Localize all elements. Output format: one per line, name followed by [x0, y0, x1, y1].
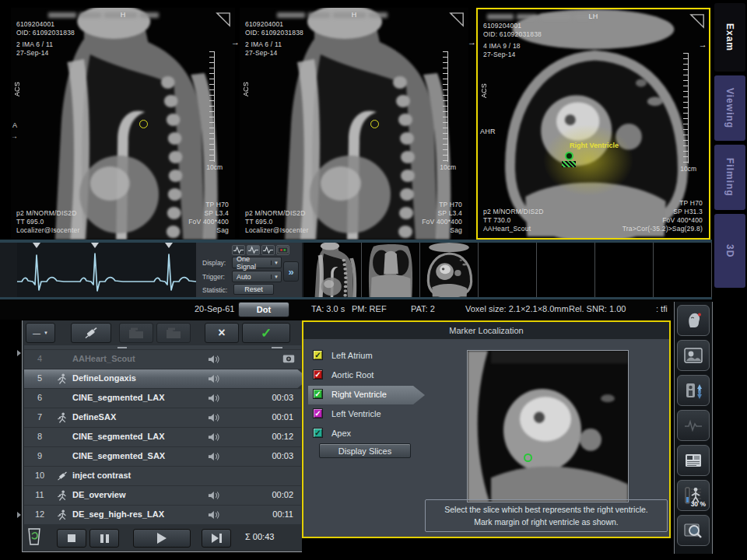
inject-contrast-button[interactable]: [71, 323, 111, 343]
scroll-up-arrow-icon[interactable]: [17, 350, 21, 356]
statistic-label: Statistic:: [202, 286, 227, 294]
viewport-nav-arrow-icon[interactable]: →: [231, 37, 240, 47]
display-slices-button[interactable]: Display Slices: [319, 443, 411, 458]
image-annotation-topleft: 6109204001 OID: 61092031838 2 IMA 6 / 11…: [16, 20, 75, 58]
confirm-button[interactable]: ✓: [242, 323, 290, 343]
protocol-document-button[interactable]: [677, 445, 710, 476]
scroll-down-arrow-icon[interactable]: [17, 512, 21, 518]
viewport-localizer-1[interactable]: 6109204001 OID: 61092031838 2 IMA 6 / 11…: [11, 8, 235, 240]
signal-mode-2-button[interactable]: [247, 245, 260, 255]
display-select[interactable]: One Signal ▼: [232, 257, 282, 268]
corner-fold-icon[interactable]: [216, 12, 231, 27]
tab-viewing[interactable]: Viewing: [714, 75, 745, 141]
checkbox-right-ventricle[interactable]: ✓: [313, 389, 323, 399]
list-item[interactable]: 11 DE_overview 00:02: [24, 486, 301, 505]
skip-to-end-button[interactable]: [202, 529, 231, 548]
patient-name-redacted: [277, 12, 388, 18]
options-split-button[interactable]: — ▼: [26, 323, 55, 343]
signal-mode-1-button[interactable]: [232, 245, 245, 255]
status-ta: TA: 3.0 s: [311, 304, 345, 313]
tab-label: Exam: [724, 23, 735, 51]
corner-fold-icon[interactable]: [449, 12, 465, 27]
scale-ruler: [209, 51, 215, 162]
sar-monitor-button[interactable]: 30 %: [677, 480, 710, 511]
checkbox-left-atrium[interactable]: ✓: [313, 350, 323, 360]
list-item[interactable]: 9 CINE_segmented_SAX 00:03: [24, 447, 301, 466]
slice-position-marker: [370, 120, 379, 128]
reset-button[interactable]: Reset: [233, 284, 274, 295]
paste-protocol-button[interactable]: [156, 323, 191, 343]
expand-panel-button[interactable]: »: [283, 261, 299, 282]
list-item[interactable]: 12 DE_seg_high-res_LAX 00:11: [24, 506, 301, 524]
row-number: 7: [30, 412, 49, 422]
display-label: Display:: [202, 259, 226, 267]
protocol-name: CINE_segmented_LAX: [72, 393, 165, 402]
thumbnail-sagittal[interactable]: [303, 243, 362, 297]
marker-item-right-ventricle-selected[interactable]: ✓ Right Ventricle: [308, 386, 425, 404]
marker-item-apex[interactable]: ✓ Apex: [308, 425, 425, 443]
bottom-edge: [0, 554, 747, 560]
tab-filming[interactable]: Filming: [714, 145, 745, 210]
image-search-button[interactable]: [677, 515, 710, 546]
duration: 00:02: [272, 490, 293, 499]
trigger-select[interactable]: Auto ▼: [232, 271, 282, 282]
stop-button[interactable]: [57, 529, 86, 548]
cancel-button[interactable]: ×: [205, 323, 239, 343]
slice-preview-image[interactable]: [467, 350, 629, 502]
check-icon: ✓: [314, 351, 321, 359]
pause-button[interactable]: [89, 529, 119, 548]
signal-mode-3-button[interactable]: [261, 245, 275, 255]
patient-transfer-button[interactable]: [677, 375, 710, 406]
signal-status-button[interactable]: [276, 245, 289, 255]
list-item[interactable]: 7 DefineSAX 00:01: [24, 408, 301, 427]
tab-exam[interactable]: Exam: [714, 3, 745, 72]
speaker-icon: [208, 394, 219, 403]
image-annotation-topleft: 6109204001 OID: 61092031838 4 IMA 9 / 18…: [483, 22, 542, 59]
scroll-arrow-icon[interactable]: →: [11, 132, 18, 141]
scroll-arrow-icon[interactable]: →: [699, 39, 707, 50]
marker-item-left-atrium[interactable]: ✓ Left Atrium: [308, 347, 425, 366]
person-icon: [57, 373, 68, 384]
list-item[interactable]: 4 AAHeart_Scout: [24, 350, 301, 369]
row-number: 10: [30, 471, 49, 480]
right-ventricle-marker-icon[interactable]: [565, 152, 573, 160]
corner-fold-icon[interactable]: [689, 13, 705, 29]
trigger-marker-icon: [165, 243, 173, 248]
list-item[interactable]: 6 CINE_segmented_LAX 00:03: [24, 389, 301, 408]
protocol-name: DefineLongaxis: [72, 373, 136, 383]
dialog-instructions: Select the slice which best represents t…: [425, 499, 668, 532]
checkbox-left-ventricle[interactable]: ✓: [313, 408, 323, 418]
image-annotation-topleft: 6109204001 OID: 61092031838 2 IMA 6 / 11…: [245, 20, 303, 58]
tab-label: Filming: [724, 158, 735, 197]
marker-item-aortic-root[interactable]: ✓ Aortic Root: [308, 366, 425, 385]
checkbox-apex[interactable]: ✓: [313, 428, 323, 438]
exam-queue-panel: — ▼ × ✓ 4 AAHeart_Scout 5 DefineLongaxis…: [22, 320, 302, 552]
copy-protocol-button[interactable]: [119, 323, 153, 343]
list-item[interactable]: 10 inject contrast: [24, 467, 301, 485]
list-item[interactable]: 8 CINE_segmented_LAX 00:12: [24, 428, 301, 446]
patient-name-redacted: [48, 12, 159, 18]
thumbnail-coronal[interactable]: [362, 243, 420, 297]
list-item-selected[interactable]: 5 DefineLongaxis: [24, 369, 309, 388]
viewport-localizer-2[interactable]: 6109204001 OID: 61092031838 2 IMA 6 / 11…: [240, 8, 468, 240]
play-button[interactable]: [133, 529, 191, 548]
discard-button[interactable]: [27, 528, 41, 548]
image-viewer-button[interactable]: [677, 340, 710, 371]
chevron-down-icon: ▼: [44, 331, 48, 335]
ecg-waveform-display[interactable]: [17, 243, 196, 297]
scale-ruler: [443, 51, 448, 162]
marker-item-left-ventricle[interactable]: ✓ Left Ventricle: [308, 405, 425, 424]
status-sequence-type: : tfi: [656, 304, 668, 313]
tab-3d[interactable]: 3D: [714, 214, 745, 288]
patient-registration-button[interactable]: [677, 305, 710, 336]
physio-signal-button[interactable]: [677, 410, 710, 441]
orientation-label-a: A: [12, 121, 17, 131]
skip-icon: [212, 534, 222, 543]
viewport-scout-selected[interactable]: 6109204001 OID: 61092031838 4 IMA 9 / 18…: [476, 8, 710, 240]
checkbox-aortic-root[interactable]: ✓: [313, 369, 323, 380]
thumbnail-oblique[interactable]: [420, 243, 479, 297]
marker-localization-dialog: Marker Localization ✓ Left Atrium ✓ Aort…: [302, 320, 671, 538]
marker-label: Right Ventricle: [331, 390, 387, 399]
dot-engine-button[interactable]: Dot: [238, 302, 289, 317]
viewport-nav-arrow-icon[interactable]: →: [468, 37, 476, 47]
